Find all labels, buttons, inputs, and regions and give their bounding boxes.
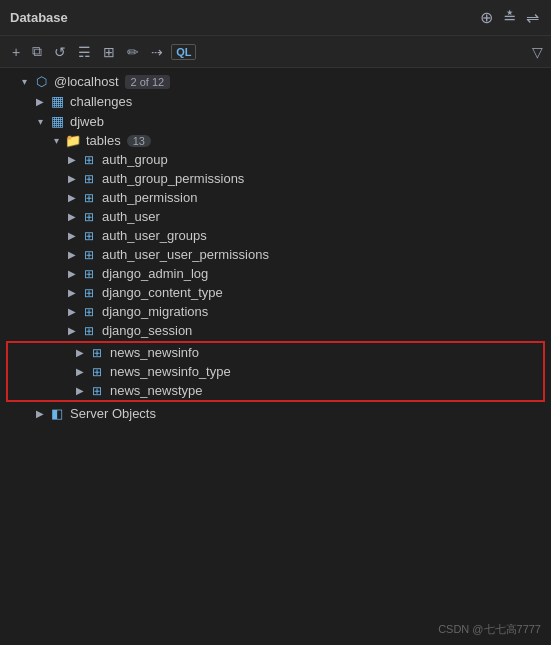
table-label-news-newsinfo-type: news_newsinfo_type [110,364,231,379]
db-icon-djweb: ▦ [48,113,66,129]
header-icons: ⊕ ≛ ⇌ [478,6,541,29]
refresh-button[interactable]: ↺ [50,41,70,63]
tables-label: tables [86,133,121,148]
toolbar: + ⧉ ↺ ☴ ⊞ ✏ ⇢ QL ▽ [0,36,551,68]
chevron-auth-user: ▶ [64,211,80,222]
table-icon: ⊞ [88,384,106,398]
tree-item-news-newstype[interactable]: ▶ ⊞ news_newstype [8,381,543,400]
chevron-challenges: ▶ [32,96,48,107]
chevron-auth-group-permissions: ▶ [64,173,80,184]
table-icon: ⊞ [80,305,98,319]
sql-button[interactable]: QL [171,44,196,60]
highlighted-section: ▶ ⊞ news_newsinfo ▶ ⊞ news_newsinfo_type… [6,341,545,402]
tree-item-django-admin-log[interactable]: ▶ ⊞ django_admin_log [0,264,551,283]
table-icon: ⊞ [80,210,98,224]
tree-item-django-migrations[interactable]: ▶ ⊞ django_migrations [0,302,551,321]
table-label-auth-group-permissions: auth_group_permissions [102,171,244,186]
chevron-news-newstype: ▶ [72,385,88,396]
table-label-auth-user: auth_user [102,209,160,224]
chevron-news-newsinfo: ▶ [72,347,88,358]
chevron-server-objects: ▶ [32,408,48,419]
chevron-auth-user-groups: ▶ [64,230,80,241]
table-icon: ⊞ [88,365,106,379]
chevron-news-newsinfo-type: ▶ [72,366,88,377]
tree-item-localhost[interactable]: ▾ ⬡ @localhost 2 of 12 [0,72,551,91]
watermark: CSDN @七七高7777 [438,622,541,637]
chevron-localhost: ▾ [16,76,32,87]
chevron-auth-group: ▶ [64,154,80,165]
table-label-auth-permission: auth_permission [102,190,197,205]
jump-button[interactable]: ⇢ [147,41,167,63]
chevron-auth-user-user-permissions: ▶ [64,249,80,260]
table-icon: ⊞ [80,191,98,205]
table-icon: ⊞ [80,153,98,167]
settings-icon[interactable]: ⇌ [524,6,541,29]
table-label-auth-user-user-permissions: auth_user_user_permissions [102,247,269,262]
tree-item-tables[interactable]: ▾ 📁 tables 13 [0,131,551,150]
tree-item-challenges[interactable]: ▶ ▦ challenges [0,91,551,111]
tables-count-badge: 13 [127,135,151,147]
tree-item-django-session[interactable]: ▶ ⊞ django_session [0,321,551,340]
add-connection-icon[interactable]: ⊕ [478,6,495,29]
connection-badge: 2 of 12 [125,75,171,89]
table-icon: ⊞ [80,267,98,281]
table-icon: ⊞ [88,346,106,360]
tree-item-django-content-type[interactable]: ▶ ⊞ django_content_type [0,283,551,302]
table-icon: ⊞ [80,324,98,338]
db-icon-challenges: ▦ [48,93,66,109]
table-icon: ⊞ [80,229,98,243]
folder-icon-tables: 📁 [64,133,82,148]
manage-icon[interactable]: ≛ [501,6,518,29]
schema-button[interactable]: ☴ [74,41,95,63]
panel-header: Database ⊕ ≛ ⇌ [0,0,551,36]
tree-item-auth-group-permissions[interactable]: ▶ ⊞ auth_group_permissions [0,169,551,188]
chevron-djweb: ▾ [32,116,48,127]
tree-item-news-newsinfo[interactable]: ▶ ⊞ news_newsinfo [8,343,543,362]
table-icon: ⊞ [80,172,98,186]
localhost-label: @localhost [54,74,119,89]
chevron-django-admin-log: ▶ [64,268,80,279]
table-label-news-newstype: news_newstype [110,383,203,398]
tree-item-auth-user-groups[interactable]: ▶ ⊞ auth_user_groups [0,226,551,245]
table-icon: ⊞ [80,248,98,262]
tree-item-server-objects[interactable]: ▶ ◧ Server Objects [0,404,551,423]
table-label-django-session: django_session [102,323,192,338]
table-icon: ⊞ [80,286,98,300]
table-label-django-content-type: django_content_type [102,285,223,300]
tree-item-auth-permission[interactable]: ▶ ⊞ auth_permission [0,188,551,207]
chevron-django-session: ▶ [64,325,80,336]
server-icon: ⬡ [32,74,50,89]
tree-item-auth-user-user-permissions[interactable]: ▶ ⊞ auth_user_user_permissions [0,245,551,264]
server-objects-label: Server Objects [70,406,156,421]
table-label-django-admin-log: django_admin_log [102,266,208,281]
tree-item-auth-user[interactable]: ▶ ⊞ auth_user [0,207,551,226]
panel-title: Database [10,10,68,25]
table-label-django-migrations: django_migrations [102,304,208,319]
filter-button[interactable]: ▽ [532,44,543,60]
copy-button[interactable]: ⧉ [28,40,46,63]
tree-item-auth-group[interactable]: ▶ ⊞ auth_group [0,150,551,169]
tree-item-djweb[interactable]: ▾ ▦ djweb [0,111,551,131]
chevron-auth-permission: ▶ [64,192,80,203]
challenges-label: challenges [70,94,132,109]
add-button[interactable]: + [8,41,24,63]
djweb-label: djweb [70,114,104,129]
table-label-auth-user-groups: auth_user_groups [102,228,207,243]
server-objects-icon: ◧ [48,406,66,421]
chevron-django-migrations: ▶ [64,306,80,317]
table-label-news-newsinfo: news_newsinfo [110,345,199,360]
tree-item-news-newsinfo-type[interactable]: ▶ ⊞ news_newsinfo_type [8,362,543,381]
database-tree: ▾ ⬡ @localhost 2 of 12 ▶ ▦ challenges ▾ … [0,68,551,631]
chevron-tables: ▾ [48,135,64,146]
chevron-django-content-type: ▶ [64,287,80,298]
edit-button[interactable]: ✏ [123,41,143,63]
grid-button[interactable]: ⊞ [99,41,119,63]
table-label-auth-group: auth_group [102,152,168,167]
